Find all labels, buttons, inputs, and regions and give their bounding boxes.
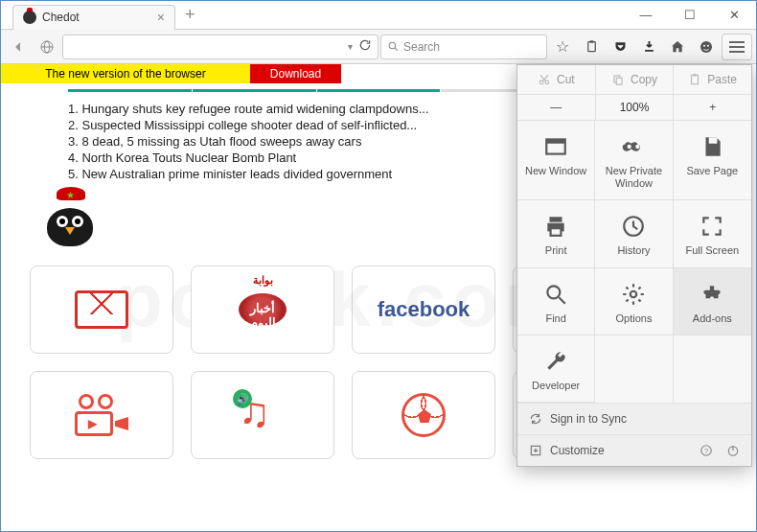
tile-arabic-news[interactable]: بوابةأخبار اليوم bbox=[191, 266, 334, 354]
menu-grid: New Window New Private Window Save Page … bbox=[517, 121, 751, 403]
window-controls: — ☐ ✕ bbox=[624, 1, 756, 30]
browser-tab[interactable]: Chedot × bbox=[12, 5, 175, 30]
clipboard-icon[interactable] bbox=[578, 34, 605, 60]
svg-line-4 bbox=[395, 48, 398, 51]
customize-icon bbox=[529, 444, 542, 457]
tab-close-icon[interactable]: × bbox=[157, 10, 165, 25]
menu-history[interactable]: History bbox=[595, 200, 673, 267]
svg-point-25 bbox=[547, 286, 560, 298]
minimize-button[interactable]: — bbox=[624, 1, 668, 30]
svg-point-18 bbox=[628, 145, 631, 149]
svg-text:?: ? bbox=[704, 447, 708, 455]
nav-toolbar: ▾ Search ☆ bbox=[1, 30, 756, 64]
edit-row: Cut Copy Paste bbox=[517, 65, 751, 95]
home-icon[interactable] bbox=[664, 34, 691, 60]
tile-gmail[interactable] bbox=[30, 266, 173, 354]
svg-rect-5 bbox=[587, 42, 595, 52]
svg-point-9 bbox=[707, 44, 709, 46]
music-icon: 🔊♫ bbox=[239, 391, 287, 439]
search-bar[interactable]: Search bbox=[380, 35, 547, 59]
cut-button[interactable]: Cut bbox=[517, 65, 596, 94]
menu-save-page[interactable]: Save Page bbox=[674, 121, 751, 200]
svg-rect-23 bbox=[551, 229, 562, 237]
search-icon bbox=[387, 40, 400, 53]
mascot-icon: ★ bbox=[39, 193, 101, 246]
svg-rect-15 bbox=[694, 74, 698, 76]
power-icon[interactable] bbox=[726, 444, 740, 457]
maximize-button[interactable]: ☐ bbox=[668, 1, 712, 30]
customize-row[interactable]: Customize ? bbox=[517, 435, 751, 466]
sync-icon bbox=[529, 412, 542, 426]
title-bar: Chedot × + — ☐ ✕ bbox=[1, 1, 756, 30]
help-icon[interactable]: ? bbox=[700, 444, 713, 457]
tile-video[interactable]: ▶ bbox=[30, 371, 173, 459]
svg-rect-13 bbox=[616, 78, 622, 84]
svg-point-3 bbox=[389, 42, 396, 49]
football-icon bbox=[401, 393, 446, 437]
menu-footer: Sign in to Sync Customize ? bbox=[517, 403, 751, 466]
banner-download-button[interactable]: Download bbox=[250, 64, 341, 83]
gmail-icon bbox=[75, 290, 128, 329]
menu-developer[interactable]: Developer bbox=[517, 335, 595, 403]
url-bar[interactable]: ▾ bbox=[62, 35, 378, 59]
zoom-row: — 100% + bbox=[517, 95, 751, 121]
svg-rect-17 bbox=[546, 139, 565, 143]
banner-text: The new version of the browser bbox=[1, 64, 250, 83]
close-window-button[interactable]: ✕ bbox=[712, 1, 756, 30]
menu-new-window[interactable]: New Window bbox=[517, 121, 595, 200]
svg-point-7 bbox=[700, 41, 712, 53]
app-menu-panel: Cut Copy Paste — 100% + New Window New P… bbox=[516, 64, 752, 467]
reload-icon[interactable] bbox=[358, 38, 372, 56]
menu-new-private[interactable]: New Private Window bbox=[595, 121, 673, 200]
menu-button[interactable] bbox=[722, 34, 752, 60]
tab-favicon bbox=[23, 11, 36, 24]
zoom-level: 100% bbox=[596, 95, 675, 120]
tab-title: Chedot bbox=[42, 11, 80, 24]
signin-sync[interactable]: Sign in to Sync bbox=[517, 404, 751, 435]
bookmark-star-icon[interactable]: ☆ bbox=[549, 34, 576, 60]
smiley-icon[interactable] bbox=[693, 34, 720, 60]
menu-addons[interactable]: Add-ons bbox=[674, 268, 751, 335]
pocket-icon[interactable] bbox=[607, 34, 633, 60]
tile-facebook[interactable]: facebook bbox=[352, 266, 495, 354]
tile-music[interactable]: 🔊♫ bbox=[191, 371, 334, 459]
menu-print[interactable]: Print bbox=[517, 200, 595, 267]
svg-rect-14 bbox=[692, 75, 699, 83]
globe-icon[interactable] bbox=[34, 34, 60, 60]
svg-point-27 bbox=[631, 290, 637, 297]
copy-button[interactable]: Copy bbox=[596, 65, 675, 94]
menu-find[interactable]: Find bbox=[517, 268, 595, 335]
svg-line-26 bbox=[559, 297, 565, 304]
zoom-in-button[interactable]: + bbox=[674, 95, 751, 120]
download-icon[interactable] bbox=[635, 34, 662, 60]
svg-point-8 bbox=[703, 44, 705, 46]
svg-point-19 bbox=[636, 145, 640, 149]
new-tab-button[interactable]: + bbox=[179, 5, 201, 25]
tile-football[interactable] bbox=[352, 371, 495, 459]
back-button[interactable] bbox=[5, 34, 32, 60]
search-placeholder: Search bbox=[403, 40, 440, 54]
svg-rect-20 bbox=[709, 137, 718, 144]
camera-icon: ▶ bbox=[75, 394, 128, 436]
svg-rect-6 bbox=[589, 40, 593, 43]
menu-options[interactable]: Options bbox=[595, 268, 673, 335]
url-dropdown-icon[interactable]: ▾ bbox=[348, 41, 353, 52]
paste-button[interactable]: Paste bbox=[674, 65, 751, 94]
svg-rect-21 bbox=[550, 218, 562, 222]
menu-full-screen[interactable]: Full Screen bbox=[674, 200, 751, 267]
zoom-out-button[interactable]: — bbox=[517, 95, 596, 120]
